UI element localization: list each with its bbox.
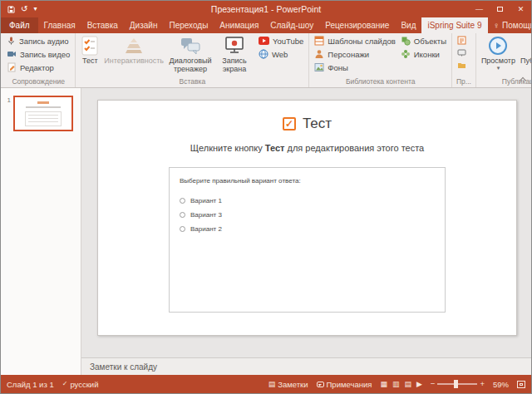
- save-icon[interactable]: [7, 6, 15, 13]
- slideshow-view-button[interactable]: [416, 381, 422, 388]
- ribbon-tab-bar: Файл Главная Вставка Дизайн Переходы Ани…: [1, 17, 531, 33]
- thumbnail-quiz-box: [25, 111, 62, 126]
- record-audio-button[interactable]: Запись аудио: [4, 34, 71, 47]
- record-video-button[interactable]: Запись видео: [4, 47, 72, 61]
- youtube-button[interactable]: YouTube: [256, 34, 306, 47]
- slide-number: 1: [4, 96, 11, 131]
- editor-pencil-icon: [7, 62, 17, 72]
- icons-button[interactable]: Иконки: [398, 47, 449, 61]
- zoom-slider[interactable]: [437, 383, 477, 385]
- group-label: Пр...: [455, 77, 473, 87]
- notes-panel[interactable]: Заметки к слайду: [81, 357, 531, 375]
- objects-button[interactable]: Объекты: [398, 34, 449, 47]
- preview-play-icon: [488, 36, 508, 56]
- button-label: Web: [272, 50, 288, 59]
- button-label: Интерактивность: [104, 57, 164, 66]
- tab-insert[interactable]: Вставка: [81, 17, 124, 33]
- comments-toggle-button[interactable]: Примечания: [317, 380, 372, 389]
- language-button[interactable]: русский: [62, 380, 99, 389]
- web-button[interactable]: Web: [256, 47, 306, 61]
- web-globe-icon: [259, 49, 268, 59]
- backgrounds-button[interactable]: Фоны: [312, 61, 397, 74]
- tab-file[interactable]: Файл: [1, 17, 38, 33]
- tab-view[interactable]: Вид: [395, 17, 421, 33]
- interaction-button[interactable]: Интерактивность: [102, 34, 165, 66]
- microphone-icon: [7, 36, 16, 46]
- radio-icon: [180, 212, 185, 218]
- slide-properties-icon: [457, 36, 466, 45]
- comments-toggle-label: Примечания: [327, 380, 372, 389]
- window-title: Презентация1 - PowerPoint: [1, 4, 531, 14]
- slide-properties-button[interactable]: [455, 34, 469, 47]
- tab-slideshow[interactable]: Слайд-шоу: [264, 17, 319, 33]
- option-label: Вариант 3: [190, 211, 222, 219]
- radio-icon: [180, 198, 185, 204]
- tab-ispring-suite[interactable]: iSpring Suite 9: [421, 17, 487, 33]
- quiz-button[interactable]: Тест: [79, 34, 101, 66]
- character-person-icon: [314, 49, 324, 59]
- video-camera-icon: [7, 49, 17, 59]
- screen-record-icon: [224, 36, 244, 56]
- background-picture-icon: [314, 62, 324, 72]
- resources-button[interactable]: [455, 59, 469, 71]
- quiz-prompt: Выберите правильный вариант ответа:: [180, 177, 435, 185]
- player-button[interactable]: [455, 47, 469, 59]
- notes-panel-label: Заметки к слайду: [90, 362, 157, 372]
- resources-folder-icon: [457, 61, 466, 70]
- characters-button[interactable]: Персонажи: [312, 47, 397, 61]
- tab-help[interactable]: Помощь: [488, 17, 532, 33]
- fit-slide-button[interactable]: [517, 381, 525, 388]
- slide-canvas[interactable]: ✓ Тест Щелкните кнопку Тест для редактир…: [97, 100, 517, 336]
- thumbnail-row: 1: [1, 96, 81, 131]
- button-label: YouTube: [273, 37, 303, 46]
- publish-button[interactable]: Публикация: [519, 34, 532, 66]
- tab-transitions[interactable]: Переходы: [163, 17, 214, 33]
- preview-button[interactable]: Просмотр: [480, 34, 517, 71]
- quick-access-toolbar: [1, 5, 37, 13]
- maximize-button[interactable]: [490, 1, 510, 17]
- tellme-icon: [494, 22, 500, 30]
- slide-thumbnail[interactable]: [13, 96, 73, 131]
- tab-help-label: Помощь: [502, 21, 532, 30]
- group-label: Вставка: [78, 77, 306, 87]
- slide-sorter-view-button[interactable]: [392, 381, 400, 388]
- powerpoint-window: Презентация1 - PowerPoint Файл Главная В…: [0, 0, 532, 394]
- tab-animations[interactable]: Анимация: [214, 17, 264, 33]
- notes-toggle-button[interactable]: Заметки: [268, 380, 308, 389]
- zoom-out-button[interactable]: [431, 380, 436, 388]
- zoom-in-button[interactable]: [480, 380, 485, 388]
- slide-editor-area: ✓ Тест Щелкните кнопку Тест для редактир…: [81, 88, 531, 357]
- youtube-icon: [259, 37, 269, 45]
- titlebar: Презентация1 - PowerPoint: [1, 1, 531, 17]
- dialog-simulation-button[interactable]: Диалоговый тренажер: [167, 34, 214, 73]
- slide-templates-button[interactable]: Шаблоны слайдов: [312, 34, 397, 47]
- slide-title: ✓ Тест: [98, 116, 516, 132]
- instruction-prefix: Щелкните кнопку: [190, 143, 265, 153]
- quiz-option: Вариант 3: [180, 211, 435, 219]
- qat-menu-icon[interactable]: [33, 6, 37, 12]
- zoom-slider-thumb[interactable]: [454, 380, 458, 388]
- quiz-icon: [81, 36, 99, 56]
- button-label: Запись аудио: [19, 37, 69, 46]
- close-button[interactable]: [510, 1, 531, 17]
- screen-recording-button[interactable]: Запись экрана: [215, 34, 254, 73]
- minimize-button[interactable]: [469, 1, 490, 17]
- tab-review[interactable]: Рецензирование: [319, 17, 395, 33]
- spellcheck-icon: [62, 381, 68, 387]
- normal-view-button[interactable]: [380, 381, 387, 388]
- undo-icon[interactable]: [21, 5, 27, 13]
- button-label: Публикация: [520, 57, 532, 66]
- option-label: Вариант 2: [190, 225, 222, 233]
- slide-instruction: Щелкните кнопку Тест для редактирования …: [98, 143, 516, 153]
- thumbnail-title-line: [37, 101, 49, 104]
- reading-view-button[interactable]: [404, 381, 411, 388]
- editor-button[interactable]: Редактор: [4, 61, 57, 74]
- zoom-level[interactable]: 59%: [493, 380, 509, 389]
- objects-shapes-icon: [401, 36, 411, 46]
- tab-home[interactable]: Главная: [38, 17, 81, 33]
- quiz-preview-box: Выберите правильный вариант ответа: Вари…: [169, 167, 446, 313]
- button-label: Персонажи: [328, 50, 369, 59]
- tab-design[interactable]: Дизайн: [124, 17, 164, 33]
- instruction-bold: Тест: [265, 143, 285, 153]
- option-label: Вариант 1: [190, 197, 222, 204]
